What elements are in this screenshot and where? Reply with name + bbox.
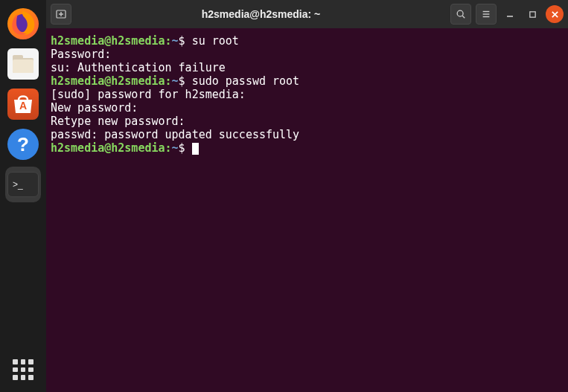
- firefox-icon: [7, 8, 39, 39]
- svg-rect-14: [529, 11, 535, 16]
- minimize-icon: [505, 10, 514, 19]
- help-icon: ?: [7, 129, 39, 160]
- svg-rect-3: [13, 60, 33, 73]
- output-line: su: Authentication failure: [51, 61, 564, 74]
- show-applications[interactable]: [13, 359, 33, 380]
- dock-firefox[interactable]: [5, 6, 41, 42]
- command-2: sudo passwd root: [185, 74, 300, 88]
- output-line: passwd: password updated successfully: [51, 128, 564, 141]
- window-title: h2smedia@h2smedia: ~: [76, 8, 446, 20]
- command-1: su root: [185, 34, 239, 48]
- minimize-button[interactable]: [501, 5, 519, 23]
- terminal-output[interactable]: h2smedia@h2smedia:~$ su rootPassword:su:…: [46, 28, 568, 392]
- maximize-icon: [529, 10, 537, 19]
- terminal-window: h2smedia@h2smedia: ~ h2smedia@h2smedia:~…: [46, 0, 568, 392]
- titlebar: h2smedia@h2smedia: ~: [46, 0, 568, 28]
- dock-help[interactable]: ?: [5, 126, 41, 162]
- prompt-path: ~: [172, 34, 179, 48]
- prompt-symbol: $: [179, 34, 185, 48]
- software-icon: A: [7, 89, 39, 120]
- hamburger-icon: [481, 9, 491, 19]
- dock: A ? >_: [0, 0, 46, 392]
- search-button[interactable]: [450, 4, 471, 25]
- output-line: Password:: [51, 48, 564, 61]
- svg-text:A: A: [19, 100, 27, 112]
- output-line: Retype new password:: [51, 115, 564, 128]
- menu-button[interactable]: [476, 4, 497, 25]
- output-line: [sudo] password for h2smedia:: [51, 88, 564, 101]
- prompt-user: h2smedia@h2smedia: [51, 34, 165, 48]
- dock-files[interactable]: [5, 46, 41, 82]
- dock-terminal[interactable]: >_: [5, 167, 41, 202]
- dock-software[interactable]: A: [5, 86, 41, 122]
- svg-point-8: [457, 10, 463, 16]
- close-button[interactable]: [546, 5, 564, 23]
- cursor: [192, 143, 199, 155]
- output-line: New password:: [51, 101, 564, 115]
- maximize-button[interactable]: [523, 5, 541, 23]
- files-icon: [7, 48, 39, 80]
- new-tab-button[interactable]: [51, 4, 71, 25]
- search-icon: [456, 9, 466, 19]
- close-icon: [551, 10, 559, 19]
- terminal-icon: >_: [7, 172, 39, 197]
- svg-line-9: [462, 16, 465, 18]
